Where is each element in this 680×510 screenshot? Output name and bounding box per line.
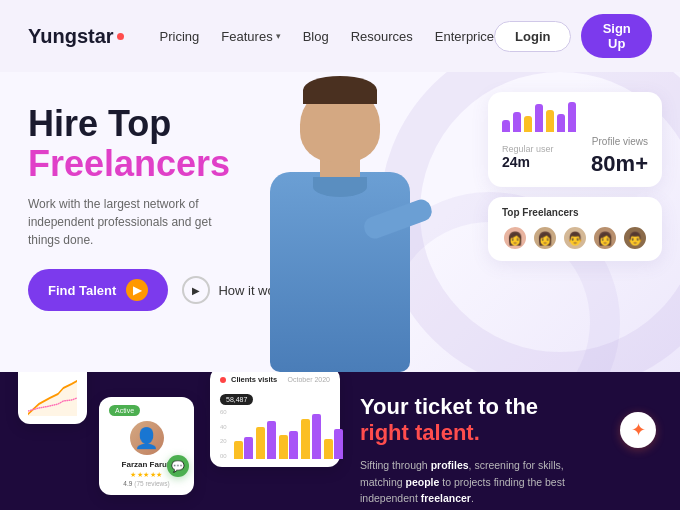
logo: Yungstar: [28, 25, 124, 48]
nav-link-enterprise[interactable]: Enterprice: [435, 29, 494, 44]
nav-link-pricing[interactable]: Pricing: [160, 29, 200, 44]
freelancer-profile-card: Active 👤 Farzan Faruk ★★★★★ 4.9 (75 revi…: [99, 397, 194, 495]
growth-chart: [28, 376, 77, 416]
active-badge: Active: [109, 405, 140, 416]
navbar: Yungstar Pricing Features ▾ Blog Resourc…: [0, 0, 680, 72]
clients-dot: [220, 377, 226, 383]
review-count: 4.9 (75 reviews): [123, 480, 169, 487]
clients-card: Clients visits October 2020 58,487 60402…: [210, 372, 340, 467]
chevron-down-icon: ▾: [276, 31, 281, 41]
message-icon-wrap: 💬: [167, 455, 189, 477]
nav-link-features[interactable]: Features ▾: [221, 29, 280, 44]
star-rating: ★★★★★: [130, 471, 163, 479]
star-icon: ✦: [620, 412, 656, 448]
bottom-right: Your ticket to theright talent. Sifting …: [340, 372, 680, 510]
hero-subtitle: Work with the largest network of indepen…: [28, 195, 238, 249]
bottom-section: Growth 🔥 Active 👤 Farzan Faruk ★★★★★: [0, 372, 680, 510]
clients-header: Clients visits October 2020: [220, 375, 330, 384]
profile-name: Farzan Faruk: [122, 460, 172, 469]
growth-card: Growth 🔥: [18, 372, 87, 424]
message-icon: 💬: [167, 455, 189, 477]
clients-y-axis: 60402000: [220, 409, 227, 459]
clients-value-badge: 58,487: [220, 394, 253, 405]
profile-views-label: Profile views: [591, 136, 648, 147]
hero-person: [240, 87, 440, 372]
top-freelancers-label: Top Freelancers: [502, 207, 648, 218]
find-talent-button[interactable]: Find Talent ▶: [28, 269, 168, 311]
clients-label: Clients visits: [231, 375, 277, 384]
hero-section: Hire Top Freelancers Work with the large…: [0, 72, 680, 372]
logo-dot: [117, 33, 124, 40]
profile-views-card: Regular user 24m Profile views 80m+: [488, 92, 662, 187]
avatars-row: 👩👩👨👩👨: [502, 225, 648, 251]
play-icon: ▶: [182, 276, 210, 304]
clients-chart: [234, 409, 344, 459]
avatar: 👤: [130, 421, 164, 455]
signup-button[interactable]: Sign Up: [581, 14, 652, 58]
mini-bars: [502, 102, 648, 132]
bottom-title: Your ticket to theright talent.: [360, 394, 650, 447]
nav-actions: Login Sign Up: [494, 14, 652, 58]
regular-user-value: 24m: [502, 154, 554, 170]
clients-month: October 2020: [288, 376, 330, 383]
bottom-description: Sifting through profiles, screening for …: [360, 457, 580, 507]
profile-views-value: 80m+: [591, 151, 648, 177]
nav-links: Pricing Features ▾ Blog Resources Enterp…: [160, 29, 494, 44]
bottom-left: Growth 🔥 Active 👤 Farzan Faruk ★★★★★: [0, 372, 340, 510]
arrow-icon: ▶: [126, 279, 148, 301]
top-freelancers-card: Top Freelancers 👩👩👨👩👨: [488, 197, 662, 261]
hero-stats: Regular user 24m Profile views 80m+ Top …: [488, 92, 662, 261]
login-button[interactable]: Login: [494, 21, 571, 52]
nav-link-blog[interactable]: Blog: [303, 29, 329, 44]
regular-user-label: Regular user: [502, 144, 554, 154]
nav-link-resources[interactable]: Resources: [351, 29, 413, 44]
star-icon-wrap: ✦: [620, 412, 656, 448]
